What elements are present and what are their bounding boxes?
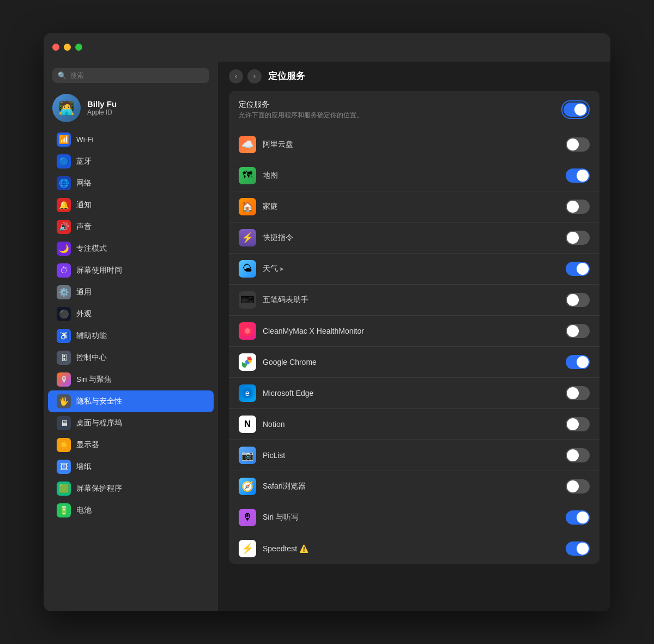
app-name-siri-listen: Siri 与听写: [263, 513, 299, 522]
app-row-speedtest: ⚡ Speedtest⚠️: [229, 533, 600, 564]
sidebar-item-accessibility[interactable]: ♿ 辅助功能: [48, 325, 214, 347]
nav-forward-button[interactable]: ›: [247, 69, 262, 83]
app-left-safari: 🧭 Safari浏览器: [239, 478, 306, 495]
app-row-siri-listen: 🎙 Siri 与听写: [229, 502, 600, 533]
sidebar-item-general[interactable]: ⚙️ 通用: [48, 281, 214, 303]
search-input[interactable]: [70, 71, 204, 80]
sidebar-item-screentime[interactable]: ⏱ 屏幕使用时间: [48, 260, 214, 281]
app-icon-piclist: 📷: [239, 447, 256, 464]
app-toggle-maps[interactable]: [566, 168, 590, 183]
sidebar-label-general: 通用: [76, 287, 92, 297]
app-row-chrome: Google Chrome: [229, 346, 600, 377]
app-row-home: 🏠 家庭: [229, 191, 600, 222]
app-name-notion: Notion: [263, 420, 284, 429]
sidebar-label-notify: 通知: [76, 200, 92, 210]
app-left-edge: e Microsoft Edge: [239, 384, 313, 402]
app-toggle-safari[interactable]: [566, 479, 590, 493]
app-left-home: 🏠 家庭: [239, 198, 278, 215]
sidebar-label-wifi: Wi-Fi: [76, 135, 93, 143]
avatar: 🧑‍💻: [52, 94, 81, 122]
app-row-aliyun: ☁️ 阿里云盘: [229, 129, 600, 160]
app-toggle-wubi[interactable]: [566, 293, 590, 307]
sidebar-item-controlcenter[interactable]: 🎛 控制中心: [48, 347, 214, 369]
sidebar-icon-privacy: 🖐: [57, 394, 71, 408]
app-icon-chrome: [239, 353, 256, 371]
app-toggle-shortcuts[interactable]: [566, 231, 590, 245]
app-name-shortcuts: 快捷指令: [263, 233, 293, 243]
location-section-header: 定位服务 允许下面的应用程序和服务确定你的位置。: [229, 91, 600, 129]
app-toggle-home[interactable]: [566, 200, 590, 214]
sidebar-item-network[interactable]: 🌐 网络: [48, 172, 214, 194]
location-services-toggle[interactable]: [564, 103, 588, 117]
minimize-button[interactable]: [64, 44, 71, 51]
sidebar-label-appearance: 外观: [76, 309, 92, 319]
sidebar-item-desktop[interactable]: 🖥 桌面与程序坞: [48, 412, 214, 434]
location-toggle-highlight: [561, 100, 590, 119]
sidebar-item-screensaver[interactable]: 🟩 屏幕保护程序: [48, 478, 214, 499]
main-header: ‹ › 定位服务: [218, 62, 610, 91]
sidebar-label-screentime: 屏幕使用时间: [76, 266, 122, 275]
app-toggle-piclist[interactable]: [566, 448, 590, 462]
toggle-knob-safari: [567, 480, 579, 492]
main-panel: ‹ › 定位服务 定位服务 允许下面的应用程序和服务确定你的位置。: [218, 62, 610, 611]
apps-list: ☁️ 阿里云盘 🗺 地图 🏠 家庭 ⚡ 快捷指令 🌤: [229, 129, 600, 564]
page-title: 定位服务: [268, 70, 305, 82]
app-left-speedtest: ⚡ Speedtest⚠️: [239, 540, 308, 557]
app-icon-home: 🏠: [239, 198, 256, 215]
sidebar-item-wallpaper[interactable]: 🖼 墙纸: [48, 456, 214, 478]
app-toggle-weather[interactable]: [566, 262, 590, 276]
sidebar-label-focus: 专注模式: [76, 244, 107, 254]
sidebar-item-siri[interactable]: 🎙 Siri 与聚焦: [48, 369, 214, 390]
app-icon-safari: 🧭: [239, 478, 256, 495]
toggle-knob-chrome: [577, 356, 589, 368]
app-left-aliyun: ☁️ 阿里云盘: [239, 136, 293, 153]
sidebar-icon-bluetooth: 🔵: [57, 154, 71, 168]
sidebar-icon-siri: 🎙: [57, 372, 71, 387]
sidebar-item-wifi[interactable]: 📶 Wi-Fi: [48, 129, 214, 151]
app-toggle-chrome[interactable]: [566, 355, 590, 369]
close-button[interactable]: [52, 44, 59, 51]
sidebar-item-sound[interactable]: 🔊 声音: [48, 216, 214, 238]
toggle-knob-notion: [567, 418, 579, 430]
user-name: Billy Fu: [87, 99, 117, 109]
sidebar-icon-desktop: 🖥: [57, 416, 71, 430]
app-icon-wubi: ⌨: [239, 291, 256, 309]
app-name-edge: Microsoft Edge: [263, 389, 313, 398]
sidebar-item-focus[interactable]: 🌙 专注模式: [48, 238, 214, 260]
app-name-chrome: Google Chrome: [263, 358, 317, 366]
sidebar-item-battery[interactable]: 🔋 电池: [48, 499, 214, 521]
maximize-button[interactable]: [75, 44, 82, 51]
app-toggle-edge[interactable]: [566, 386, 590, 400]
app-name-speedtest: Speedtest⚠️: [263, 544, 308, 553]
toggle-knob-wubi: [567, 294, 579, 306]
toggle-knob: [574, 104, 586, 116]
nav-back-button[interactable]: ‹: [229, 69, 243, 83]
app-toggle-cleanmymac[interactable]: [566, 324, 590, 338]
sidebar-item-display[interactable]: ☀️ 显示器: [48, 434, 214, 456]
app-toggle-notion[interactable]: [566, 417, 590, 431]
app-toggle-aliyun[interactable]: [566, 137, 590, 152]
sidebar-icon-controlcenter: 🎛: [57, 351, 71, 365]
app-icon-weather: 🌤: [239, 260, 256, 278]
sidebar-item-privacy[interactable]: 🖐 隐私与安全性: [48, 390, 214, 412]
app-icon-speedtest: ⚡: [239, 540, 256, 557]
app-toggle-siri-listen[interactable]: [566, 510, 590, 525]
app-left-maps: 🗺 地图: [239, 167, 278, 184]
user-info: Billy Fu Apple ID: [87, 99, 117, 116]
app-name-safari: Safari浏览器: [263, 482, 306, 491]
app-icon-maps: 🗺: [239, 167, 256, 184]
user-profile[interactable]: 🧑‍💻 Billy Fu Apple ID: [44, 89, 218, 129]
sidebar-item-notify[interactable]: 🔔 通知: [48, 194, 214, 216]
main-content: 定位服务 允许下面的应用程序和服务确定你的位置。 ☁️ 阿里云盘 🗺 地: [218, 91, 610, 611]
sidebar-item-appearance[interactable]: ⚫ 外观: [48, 303, 214, 325]
sidebar-icon-general: ⚙️: [57, 285, 71, 299]
app-icon-edge: e: [239, 384, 256, 402]
sidebar-icon-accessibility: ♿: [57, 329, 71, 343]
app-toggle-speedtest[interactable]: [566, 541, 590, 556]
weather-arrow-icon: ➤: [279, 266, 284, 272]
sidebar-item-bluetooth[interactable]: 🔵 蓝牙: [48, 151, 214, 172]
app-row-maps: 🗺 地图: [229, 160, 600, 191]
content-area: 🔍 🧑‍💻 Billy Fu Apple ID 📶 Wi-Fi 🔵 蓝牙 🌐 网…: [44, 62, 610, 611]
traffic-lights: [52, 44, 82, 51]
search-box[interactable]: 🔍: [52, 68, 209, 83]
